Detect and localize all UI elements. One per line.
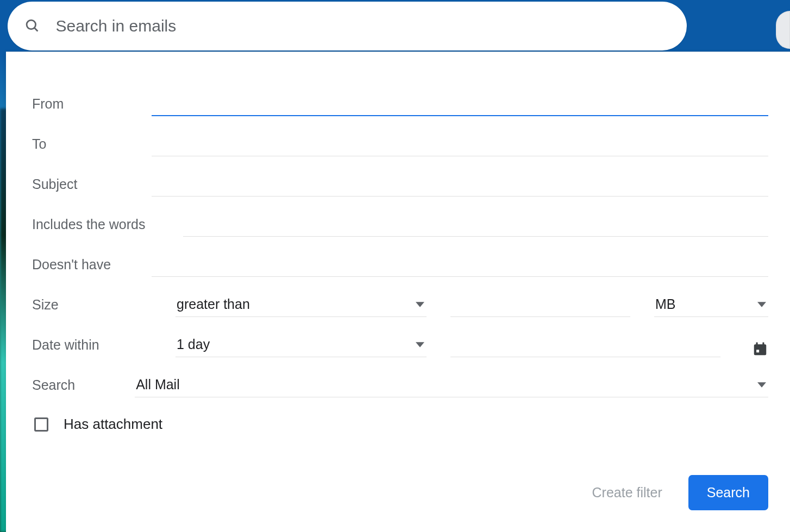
size-label: Size [32, 297, 152, 317]
subject-input[interactable] [152, 173, 768, 197]
search-location-label: Search [32, 377, 135, 397]
panel-footer: Create filter Search [592, 475, 768, 510]
search-button[interactable]: Search [688, 475, 768, 510]
doesnt-have-label: Doesn't have [32, 257, 152, 277]
size-comparator-value: greater than [177, 296, 250, 312]
size-unit-value: MB [655, 296, 676, 312]
dropdown-arrow-icon [416, 300, 424, 309]
svg-rect-4 [756, 343, 758, 346]
includes-input[interactable] [183, 213, 768, 237]
subject-label: Subject [32, 176, 152, 197]
has-attachment-label: Has attachment [64, 416, 162, 433]
has-attachment-checkbox[interactable] [34, 417, 48, 432]
size-value-input[interactable] [450, 293, 630, 317]
date-value-input[interactable] [450, 333, 720, 357]
has-attachment-row: Has attachment [32, 416, 768, 433]
doesnt-have-input[interactable] [152, 253, 768, 277]
size-comparator-select[interactable]: greater than [175, 293, 427, 317]
search-location-value: All Mail [136, 377, 180, 392]
search-input[interactable] [54, 16, 670, 36]
top-bar [0, 0, 790, 52]
search-location-select[interactable]: All Mail [135, 373, 768, 397]
from-label: From [32, 96, 152, 116]
date-within-label: Date within [32, 337, 152, 357]
size-unit-select[interactable]: MB [654, 293, 768, 317]
from-input[interactable] [152, 92, 768, 116]
calendar-icon[interactable] [752, 341, 768, 357]
create-filter-button[interactable]: Create filter [592, 485, 662, 501]
search-icon [24, 17, 40, 35]
to-label: To [32, 136, 152, 156]
avatar[interactable] [776, 11, 790, 49]
includes-label: Includes the words [32, 217, 183, 237]
dropdown-arrow-icon [416, 340, 424, 349]
svg-line-1 [34, 28, 37, 31]
svg-rect-5 [762, 343, 764, 346]
svg-rect-6 [756, 350, 759, 352]
svg-point-0 [27, 20, 36, 29]
date-range-select[interactable]: 1 day [175, 333, 427, 357]
advanced-search-panel: From To Subject Includes the words Doesn… [6, 52, 790, 532]
dropdown-arrow-icon [757, 300, 766, 309]
dropdown-arrow-icon [757, 381, 766, 389]
search-bar[interactable] [8, 2, 687, 50]
date-range-value: 1 day [177, 337, 210, 352]
to-input[interactable] [152, 132, 768, 156]
